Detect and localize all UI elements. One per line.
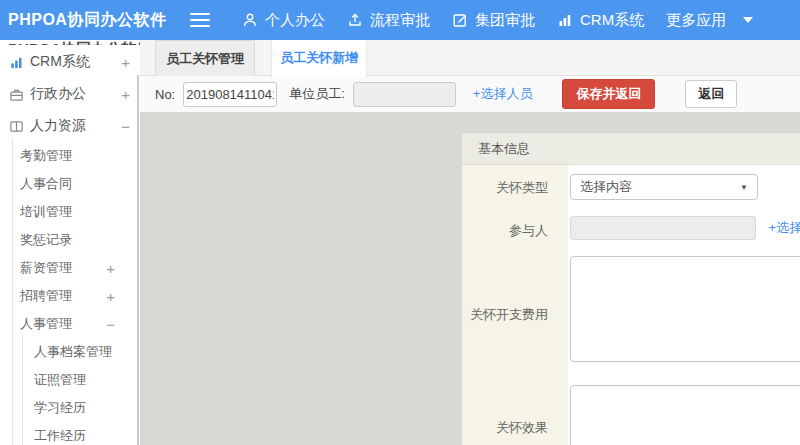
upload-flow-icon (347, 12, 363, 28)
sidebar-item-education-history[interactable]: 学习经历 (0, 394, 140, 422)
briefcase-icon (8, 86, 24, 102)
collapse-icon[interactable]: − (106, 317, 115, 332)
sidebar-item-label: 招聘管理 (20, 287, 72, 305)
sidebar-item-label: CRM系统 (30, 53, 90, 71)
nav-crm-system[interactable]: CRM系统 (557, 11, 644, 30)
collapse-icon[interactable]: − (121, 119, 130, 134)
sidebar-item-attendance[interactable]: 考勤管理 (0, 142, 140, 170)
tab-bar: 员工关怀管理 员工关怀新增 (140, 40, 800, 76)
caret-down-icon: ▼ (740, 183, 748, 192)
book-icon (8, 118, 24, 134)
edit-icon (452, 12, 468, 28)
sidebar-item-label: 薪资管理 (20, 259, 72, 277)
sidebar-item-recruitment[interactable]: 招聘管理 + (0, 282, 140, 310)
participants-row: 参与人 +选择人员 (462, 210, 800, 252)
sidebar-scrollbar-thumb[interactable] (137, 75, 139, 445)
care-type-row: 关怀类型 选择内容 ▼ (462, 165, 800, 210)
sidebar-item-label: 行政办公 (30, 85, 86, 103)
nav-flow-approval[interactable]: 流程审批 (347, 11, 430, 30)
nav-label: 流程审批 (370, 11, 430, 30)
bar-chart-icon (8, 54, 24, 70)
sidebar-item-hr[interactable]: 人力资源 − (0, 110, 140, 142)
sidebar-item-work-history[interactable]: 工作经历 (0, 422, 140, 445)
panel-title: 基本信息 (462, 133, 800, 165)
sidebar-item-personnel-files[interactable]: 人事档案管理 (0, 338, 140, 366)
sidebar-item-hr-contract[interactable]: 人事合同 (0, 170, 140, 198)
tab-employee-care-add[interactable]: 员工关怀新增 (271, 40, 367, 77)
no-input[interactable] (183, 82, 277, 107)
user-icon (242, 12, 258, 28)
care-effect-textarea[interactable] (570, 385, 800, 445)
unit-employee-label: 单位员工: (289, 85, 345, 103)
basic-info-panel: 基本信息 关怀类型 选择内容 ▼ 参与人 +选择人员 关怀开支费用 (462, 133, 800, 445)
expand-icon[interactable]: + (121, 55, 130, 70)
main-area: 员工关怀管理 员工关怀新增 No: 单位员工: +选择人员 保存并返回 返回 基… (140, 40, 800, 445)
sidebar-item-label: 培训管理 (20, 203, 72, 221)
expand-icon[interactable]: + (121, 87, 130, 102)
nav-group-approval[interactable]: 集团审批 (452, 11, 535, 30)
care-expense-row: 关怀开支费用 (462, 252, 800, 377)
sidebar-menu: CRM系统 + 行政办公 + 人力资源 − 考勤管理 人事合同 培训管理 奖惩记… (0, 40, 140, 445)
sidebar-item-admin-office[interactable]: 行政办公 + (0, 78, 140, 110)
sidebar: PHPOA协同办公软件 CRM系统 + 行政办公 + 人力资源 − 考勤管理 人… (0, 40, 140, 445)
caret-down-icon (743, 17, 753, 23)
sidebar-item-label: 人事档案管理 (34, 343, 112, 361)
nav-more-apps[interactable]: 更多应用 (666, 11, 753, 30)
top-nav: 个人办公 流程审批 集团审批 CRM系统 更多应用 (242, 11, 753, 30)
hamburger-menu-icon[interactable] (190, 13, 210, 27)
sidebar-item-label: 人力资源 (30, 117, 86, 135)
care-expense-label: 关怀开支费用 (462, 252, 568, 377)
nav-label: 更多应用 (666, 11, 726, 30)
select-value: 选择内容 (580, 178, 632, 196)
care-effect-row: 关怀效果 (462, 377, 800, 445)
care-type-label: 关怀类型 (462, 165, 568, 210)
no-label: No: (155, 87, 175, 102)
sidebar-item-training[interactable]: 培训管理 (0, 198, 140, 226)
sidebar-item-salary[interactable]: 薪资管理 + (0, 254, 140, 282)
expand-icon[interactable]: + (106, 289, 115, 304)
sidebar-item-certificates[interactable]: 证照管理 (0, 366, 140, 394)
sidebar-item-label: 工作经历 (34, 427, 86, 445)
care-expense-textarea[interactable] (570, 256, 800, 362)
nav-label: CRM系统 (580, 11, 644, 30)
nav-label: 集团审批 (475, 11, 535, 30)
select-person-link[interactable]: +选择人员 (768, 220, 800, 235)
nav-personal-office[interactable]: 个人办公 (242, 11, 325, 30)
bar-chart-icon (557, 12, 573, 28)
tab-employee-care-manage[interactable]: 员工关怀管理 (155, 40, 255, 76)
care-type-select[interactable]: 选择内容 ▼ (570, 174, 758, 200)
sidebar-item-personnel[interactable]: 人事管理 − (0, 310, 140, 338)
sidebar-item-label: 证照管理 (34, 371, 86, 389)
care-effect-label: 关怀效果 (462, 377, 568, 445)
content-area: 基本信息 关怀类型 选择内容 ▼ 参与人 +选择人员 关怀开支费用 (140, 113, 800, 445)
top-navbar: PHPOA协同办公软件 个人办公 流程审批 集团审批 CRM系统 更多应用 (0, 0, 800, 40)
sidebar-item-label: 人事管理 (20, 315, 72, 333)
nav-label: 个人办公 (265, 11, 325, 30)
sidebar-item-rewards[interactable]: 奖惩记录 (0, 226, 140, 254)
return-button[interactable]: 返回 (685, 80, 737, 108)
select-person-link[interactable]: +选择人员 (473, 85, 533, 103)
sidebar-item-label: 奖惩记录 (20, 231, 72, 249)
participants-input[interactable] (570, 216, 756, 240)
save-and-return-button[interactable]: 保存并返回 (562, 79, 655, 109)
expand-icon[interactable]: + (106, 261, 115, 276)
sidebar-item-label: 学习经历 (34, 399, 86, 417)
sidebar-item-crm[interactable]: CRM系统 + (0, 46, 140, 78)
toolbar: No: 单位员工: +选择人员 保存并返回 返回 (140, 76, 800, 113)
participants-label: 参与人 (462, 210, 568, 252)
app-title: PHPOA协同办公软件 (0, 10, 190, 31)
unit-employee-input[interactable] (353, 82, 456, 107)
sidebar-item-label: 人事合同 (20, 175, 72, 193)
sidebar-item-label: 考勤管理 (20, 147, 72, 165)
